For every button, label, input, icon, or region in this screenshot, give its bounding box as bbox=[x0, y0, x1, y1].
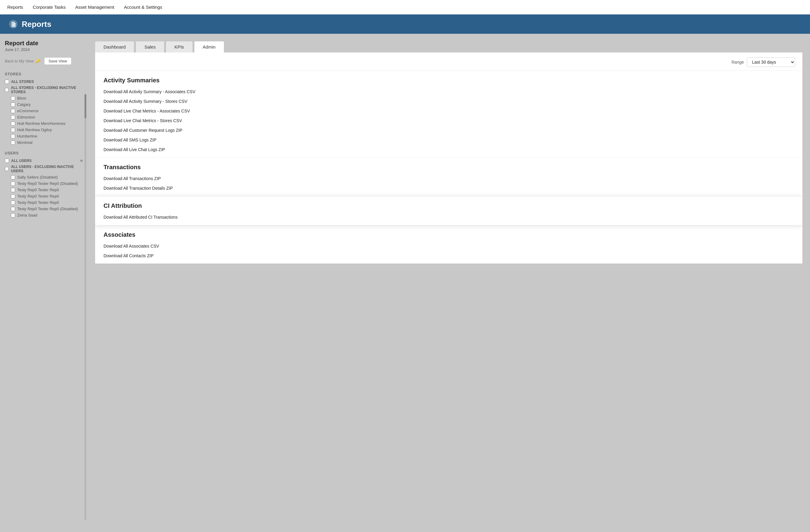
section-link[interactable]: Download All Transaction Details ZIP bbox=[103, 183, 794, 193]
user-item-label: ALL USERS - EXCLUDING INACTIVE USERS bbox=[11, 165, 83, 173]
section-link[interactable]: Download All Associates CSV bbox=[103, 241, 794, 251]
section-link[interactable]: Download All Activity Summary - Associat… bbox=[103, 87, 794, 97]
sidebar-scroll-thumb[interactable] bbox=[84, 94, 86, 118]
section-title: Transactions bbox=[103, 164, 794, 171]
sidebar-actions: Back to My View 🔑 Save View bbox=[5, 57, 83, 65]
user-checkbox[interactable] bbox=[11, 213, 15, 217]
user-item: ALL USERS - EXCLUDING INACTIVE USERS bbox=[5, 164, 83, 174]
store-checkbox[interactable] bbox=[11, 96, 15, 100]
section-link[interactable]: Download All Live Chat Logs ZIP bbox=[103, 145, 794, 154]
section-link[interactable]: Download All Attributed CI Transactions bbox=[103, 212, 794, 222]
user-item-label: Testy Rep0 Tester Rep0 (Disabled) bbox=[17, 181, 78, 186]
store-item: Holt Renfrew Men/Hommes bbox=[5, 120, 83, 127]
store-item-label: Edmonton bbox=[17, 115, 35, 119]
user-item-label: ALL USERS bbox=[11, 159, 32, 163]
user-item-label: Zeina Saad bbox=[17, 213, 37, 217]
user-checkbox[interactable] bbox=[11, 182, 15, 186]
panel-section: AssociatesDownload All Associates CSVDow… bbox=[95, 225, 803, 264]
store-item: Holt Renfrew Ogilvy bbox=[5, 127, 83, 133]
store-item-label: Holt Renfrew Ogilvy bbox=[17, 128, 52, 132]
tab-admin[interactable]: Admin bbox=[194, 41, 225, 52]
range-label: Range bbox=[731, 60, 744, 65]
user-checkbox[interactable] bbox=[5, 167, 9, 171]
panel-sections: Activity SummariesDownload All Activity … bbox=[95, 71, 803, 264]
user-checkbox[interactable] bbox=[11, 175, 15, 180]
user-item-label: Testy Rep0 Tester Rep0 bbox=[17, 194, 59, 198]
user-item: Testy Rep0 Tester Rep0 bbox=[5, 193, 83, 199]
nav-corporate-tasks[interactable]: Corporate Tasks bbox=[33, 0, 66, 14]
panel-section: TransactionsDownload All Transactions ZI… bbox=[95, 158, 803, 196]
nav-account-settings[interactable]: Account & Settings bbox=[124, 0, 162, 14]
store-item-label: Bloor bbox=[17, 96, 26, 100]
range-select[interactable]: Last 30 daysLast 7 daysLast 90 daysCusto… bbox=[747, 57, 795, 67]
tab-dashboard[interactable]: Dashboard bbox=[95, 41, 134, 52]
panel-section: CI AttributionDownload All Attributed CI… bbox=[95, 196, 803, 225]
report-date-value: June 17, 2024 bbox=[5, 47, 83, 52]
user-checkbox[interactable] bbox=[11, 188, 15, 192]
user-item: Testy Rep0 Tester Rep0 (Disabled) bbox=[5, 206, 83, 212]
store-item: eCommerce bbox=[5, 108, 83, 114]
section-title: CI Attribution bbox=[103, 202, 794, 209]
section-link[interactable]: Download All Contacts ZIP bbox=[103, 251, 794, 261]
store-item-label: ALL STORES bbox=[11, 80, 34, 84]
user-item: Testy Rep0 Tester Rep0 (Disabled) bbox=[5, 180, 83, 187]
store-item-label: Calgary bbox=[17, 102, 31, 107]
user-item: Testy Rep0 Tester Rep0 bbox=[5, 199, 83, 206]
save-view-button[interactable]: Save View bbox=[44, 57, 71, 65]
section-link[interactable]: Download Live Chat Metrics - Stores CSV bbox=[103, 116, 794, 126]
store-checkbox[interactable] bbox=[5, 80, 9, 84]
user-item: ALL USERS bbox=[5, 158, 83, 164]
store-item: ALL STORES bbox=[5, 79, 83, 85]
store-items-list: ALL STORESALL STORES - EXCLUDING INACTIV… bbox=[5, 79, 83, 146]
users-section-title: USERS bbox=[5, 151, 83, 155]
store-item-label: Humberline bbox=[17, 134, 37, 138]
user-item-label: Testy Rep0 Tester Rep0 (Disabled) bbox=[17, 206, 78, 211]
back-to-view-label: Back to My View bbox=[5, 59, 34, 63]
nav-reports[interactable]: Reports bbox=[7, 0, 23, 14]
store-item: ALL STORES - EXCLUDING INACTIVE STORES bbox=[5, 85, 83, 95]
tab-kpis[interactable]: KPIs bbox=[166, 41, 193, 52]
store-item-label: ALL STORES - EXCLUDING INACTIVE STORES bbox=[11, 86, 83, 94]
reports-icon bbox=[9, 19, 18, 29]
store-item: Edmonton bbox=[5, 114, 83, 120]
store-item: Humberline bbox=[5, 133, 83, 139]
store-checkbox[interactable] bbox=[11, 134, 15, 138]
stores-section-title: STORES bbox=[5, 72, 83, 76]
store-checkbox[interactable] bbox=[5, 88, 9, 92]
section-link[interactable]: Download All Customer Request Logs ZIP bbox=[103, 126, 794, 135]
section-link[interactable]: Download All Transactions ZIP bbox=[103, 174, 794, 183]
store-item: Bloor bbox=[5, 95, 83, 101]
admin-panel: Range Last 30 daysLast 7 daysLast 90 day… bbox=[95, 52, 803, 264]
user-item: Zeina Saad bbox=[5, 212, 83, 218]
store-item-label: Holt Renfrew Men/Hommes bbox=[17, 121, 65, 126]
store-checkbox[interactable] bbox=[11, 128, 15, 132]
user-checkbox[interactable] bbox=[5, 159, 9, 163]
section-link[interactable]: Download All Activity Summary - Stores C… bbox=[103, 97, 794, 106]
user-checkbox[interactable] bbox=[11, 201, 15, 205]
section-title: Activity Summaries bbox=[103, 77, 794, 84]
section-link[interactable]: Download Live Chat Metrics - Associates … bbox=[103, 106, 794, 116]
store-checkbox[interactable] bbox=[11, 115, 15, 119]
user-item: Testy Rep0 Tester Rep0 bbox=[5, 187, 83, 193]
store-checkbox[interactable] bbox=[11, 109, 15, 113]
sidebar-scrollbar[interactable] bbox=[84, 94, 86, 520]
key-icon: 🔑 bbox=[36, 59, 40, 63]
sidebar: Report date June 17, 2024 Back to My Vie… bbox=[0, 34, 87, 532]
back-to-my-view[interactable]: Back to My View 🔑 bbox=[5, 59, 40, 63]
report-date-label: Report date bbox=[5, 40, 83, 47]
section-link[interactable]: Download All SMS Logs ZIP bbox=[103, 135, 794, 145]
store-checkbox[interactable] bbox=[11, 121, 15, 126]
store-checkbox[interactable] bbox=[11, 102, 15, 107]
user-checkbox[interactable] bbox=[11, 207, 15, 211]
store-checkbox[interactable] bbox=[11, 140, 15, 145]
tab-bar: DashboardSalesKPIsAdmin bbox=[95, 41, 803, 52]
nav-asset-management[interactable]: Asset Management bbox=[75, 0, 114, 14]
user-items-list: ALL USERSALL USERS - EXCLUDING INACTIVE … bbox=[5, 158, 83, 218]
panel-section: Activity SummariesDownload All Activity … bbox=[95, 71, 803, 158]
store-item-label: eCommerce bbox=[17, 109, 39, 113]
main-layout: Report date June 17, 2024 Back to My Vie… bbox=[0, 34, 810, 532]
store-item: Montreal bbox=[5, 139, 83, 146]
tab-sales[interactable]: Sales bbox=[135, 41, 164, 52]
page-header: Reports bbox=[0, 15, 810, 34]
user-checkbox[interactable] bbox=[11, 194, 15, 198]
